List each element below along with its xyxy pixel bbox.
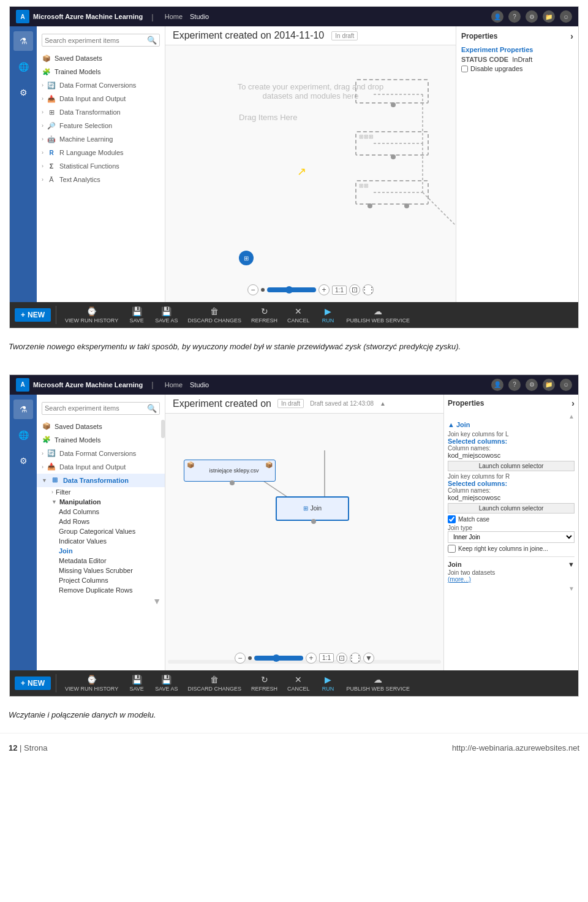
sidebar-sub-add-rows[interactable]: Add Rows: [37, 517, 165, 526]
draft-expand-icon[interactable]: ▲: [380, 400, 386, 407]
icon-bar-globe[interactable]: 🌐: [13, 57, 33, 77]
sidebar-item-saved-datasets[interactable]: 📦 Saved Datasets: [37, 51, 165, 65]
sidebar-sub-indicator-values[interactable]: Indicator Values: [37, 536, 165, 546]
nav-studio[interactable]: Studio: [190, 13, 209, 20]
zoom-handle[interactable]: [285, 286, 293, 294]
save-button[interactable]: 💾 SAVE: [124, 305, 149, 325]
disable-upgrades-checkbox[interactable]: [461, 66, 468, 72]
nav-home-2[interactable]: Home: [165, 381, 183, 388]
settings-icon[interactable]: ⚙: [526, 10, 538, 23]
help-icon-2[interactable]: ?: [508, 379, 521, 391]
sidebar-item-saved-datasets-2[interactable]: 📦 Saved Datasets: [37, 420, 165, 433]
new-button[interactable]: + NEW: [15, 308, 51, 322]
view-run-history-button[interactable]: ⌚ VIEW RUN HISTORY: [61, 305, 122, 325]
fit-button[interactable]: ⊡: [349, 284, 360, 295]
module-box-2[interactable]: ⊞⊞⊞: [355, 131, 429, 156]
search-input-2[interactable]: [45, 404, 147, 412]
sidebar-item-input-output[interactable]: › 📥 Data Input and Output: [37, 92, 165, 105]
module-box-3[interactable]: ⊞⊞: [355, 180, 429, 205]
sidebar-sub-add-columns[interactable]: Add Columns: [37, 507, 165, 517]
props-keep-right-key[interactable]: Keep right key columns in joine...: [448, 545, 575, 553]
sidebar-item-trained-models-2[interactable]: 🧩 Trained Models: [37, 433, 165, 447]
canvas-body-2[interactable]: 📦 istniejące sklepy.csv 📦 ⊞ Join −: [165, 414, 443, 667]
sidebar-item-feature-selection[interactable]: › 🔎 Feature Selection: [37, 119, 165, 132]
zoom-handle-2[interactable]: [273, 654, 280, 662]
new-button-2[interactable]: + NEW: [15, 676, 51, 690]
publish-button-2[interactable]: ☁ PUBLISH WEB SERVICE: [343, 673, 413, 693]
props-launch-selector-L-button[interactable]: Launch column selector: [448, 461, 575, 471]
cancel-button[interactable]: ✕ CANCEL: [284, 305, 314, 325]
keep-right-key-checkbox[interactable]: [448, 545, 456, 553]
sidebar-sub-remove-duplicate[interactable]: Remove Duplicate Rows: [37, 585, 165, 595]
run-button[interactable]: ▶ RUN: [316, 305, 341, 325]
props-join-type-select[interactable]: Inner Join: [448, 531, 575, 543]
icon-bar-flask[interactable]: ⚗: [13, 31, 33, 51]
sidebar-item-text-analytics[interactable]: › Ā Text Analytics: [37, 173, 165, 186]
module-csv[interactable]: 📦 istniejące sklepy.csv 📦: [184, 460, 276, 482]
sidebar-item-conversions[interactable]: › 🔄 Data Format Conversions: [37, 78, 165, 92]
sidebar-search-box-2[interactable]: 🔍: [42, 402, 160, 415]
save-as-button-2[interactable]: 💾 SAVE AS: [151, 673, 181, 693]
view-run-history-button-2[interactable]: ⌚ VIEW RUN HISTORY: [61, 673, 122, 693]
sidebar-sub-project-columns[interactable]: Project Columns: [37, 575, 165, 585]
sidebar-sub-join[interactable]: Join: [37, 546, 165, 556]
props-expand-icon[interactable]: ›: [570, 31, 573, 41]
zoom-track[interactable]: [267, 287, 316, 292]
sidebar-sub-missing-values[interactable]: Missing Values Scrubber: [37, 566, 165, 575]
match-case-checkbox[interactable]: [448, 515, 456, 523]
props-launch-selector-R-button[interactable]: Launch column selector: [448, 503, 575, 514]
discard-button[interactable]: 🗑 DISCARD CHANGES: [184, 305, 246, 325]
canvas-body[interactable]: To create your experiment, drag and drop…: [165, 45, 456, 299]
sidebar-item-conversions-2[interactable]: › 🔄 Data Format Conversions: [37, 447, 165, 460]
sidebar-sub-filter[interactable]: › Filter: [37, 487, 165, 497]
props-more-link[interactable]: (more...): [448, 576, 575, 583]
props-match-case[interactable]: Match case: [448, 515, 575, 523]
zoom-in-button[interactable]: +: [318, 284, 330, 295]
refresh-button-2[interactable]: ↻ REFRESH: [247, 673, 281, 693]
folder-icon-2[interactable]: 📁: [543, 379, 555, 391]
icon-bar-gear[interactable]: ⚙: [13, 83, 33, 102]
publish-button[interactable]: ☁ PUBLISH WEB SERVICE: [343, 305, 413, 325]
zoom-in-button-2[interactable]: +: [306, 653, 317, 664]
props-disable-upgrades[interactable]: Disable upgrades: [461, 65, 573, 72]
refresh-button[interactable]: ↻ REFRESH: [247, 305, 281, 325]
zoom-out-button[interactable]: −: [247, 284, 258, 295]
zoom-track-2[interactable]: [254, 656, 303, 661]
run-button-2[interactable]: ▶ RUN: [316, 673, 341, 693]
sidebar-sub-group-categorical[interactable]: Group Categorical Values: [37, 526, 165, 536]
sidebar-item-machine-learning[interactable]: › 🤖 Machine Learning: [37, 132, 165, 146]
nav-studio-2[interactable]: Studio: [190, 381, 209, 388]
smiley-icon-2[interactable]: ☺: [560, 379, 572, 391]
sidebar-item-statistical[interactable]: › Σ Statistical Functions: [37, 159, 165, 173]
sidebar-item-trained-models[interactable]: 🧩 Trained Models: [37, 65, 165, 78]
more-button-2[interactable]: ▼: [363, 653, 374, 664]
discard-button-2[interactable]: 🗑 DISCARD CHANGES: [184, 673, 246, 693]
zoom-out-button-2[interactable]: −: [235, 653, 246, 664]
sidebar-search-box[interactable]: 🔍: [42, 34, 160, 47]
sidebar-item-r-language[interactable]: › R R Language Modules: [37, 146, 165, 159]
module-box-1[interactable]: [355, 79, 429, 104]
smiley-icon[interactable]: ☺: [560, 10, 572, 23]
help-icon[interactable]: ?: [508, 10, 521, 23]
save-as-button[interactable]: 💾 SAVE AS: [151, 305, 181, 325]
fit-button-2[interactable]: ⊡: [336, 653, 347, 664]
icon-bar-flask-2[interactable]: ⚗: [13, 400, 33, 419]
sidebar-sub-metadata[interactable]: Metadata Editor: [37, 556, 165, 566]
grid-button[interactable]: ⋮⋮: [363, 284, 374, 295]
folder-icon[interactable]: 📁: [543, 10, 555, 23]
sidebar-item-input-output-2[interactable]: › 📥 Data Input and Output: [37, 460, 165, 474]
props-expand-icon-2[interactable]: ›: [571, 398, 575, 408]
sidebar-item-transformation-2[interactable]: ▼ ⊞ Data Transformation: [37, 474, 165, 487]
nav-home[interactable]: Home: [165, 13, 183, 20]
icon-bar-gear-2[interactable]: ⚙: [13, 451, 33, 471]
save-button-2[interactable]: 💾 SAVE: [124, 673, 149, 693]
user-icon-2[interactable]: 👤: [491, 379, 503, 391]
module-join[interactable]: ⊞ Join: [276, 496, 349, 521]
search-input[interactable]: [45, 37, 147, 44]
sidebar-item-transformation[interactable]: › ⊞ Data Transformation: [37, 105, 165, 119]
settings-icon-2[interactable]: ⚙: [526, 379, 538, 391]
grid-button-2[interactable]: ⋮⋮: [350, 653, 361, 664]
props-join-collapse-icon[interactable]: ▼: [568, 561, 575, 568]
icon-bar-globe-2[interactable]: 🌐: [13, 425, 33, 445]
cancel-button-2[interactable]: ✕ CANCEL: [284, 673, 314, 693]
